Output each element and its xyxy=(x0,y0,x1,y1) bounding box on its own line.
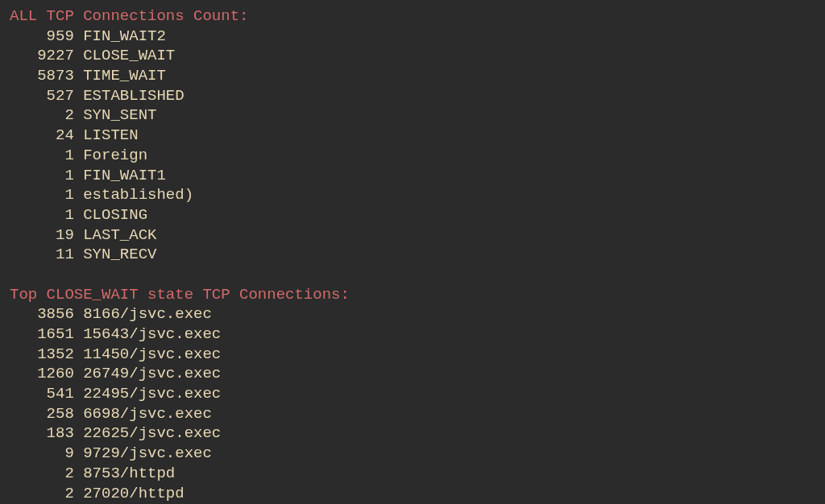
terminal-row: 183 22625/jsvc.exec xyxy=(10,423,815,444)
section1-rows: 959 FIN_WAIT2 9227 CLOSE_WAIT 5873 TIME_… xyxy=(10,27,815,265)
terminal-row: 24 LISTEN xyxy=(10,126,815,146)
terminal-row: 1260 26749/jsvc.exec xyxy=(10,364,815,384)
terminal-row: 1 FIN_WAIT1 xyxy=(10,166,815,186)
terminal-row: 1 CLOSING xyxy=(10,205,815,225)
terminal-row: 541 22495/jsvc.exec xyxy=(10,384,815,404)
terminal-row: 258 6698/jsvc.exec xyxy=(10,404,815,424)
terminal-row: 2 8753/httpd xyxy=(10,464,815,484)
terminal-row: 11 SYN_RECV xyxy=(10,245,815,265)
terminal-row: 2 27020/httpd xyxy=(10,484,815,504)
terminal-row: 1651 15643/jsvc.exec xyxy=(10,324,815,345)
terminal-row: 1 Foreign xyxy=(10,146,815,166)
terminal-row: 3856 8166/jsvc.exec xyxy=(10,304,815,324)
terminal-row: 19 LAST_ACK xyxy=(10,225,815,246)
section1-title: ALL TCP Connections Count: xyxy=(10,6,815,27)
section-gap xyxy=(10,265,815,285)
terminal-row: 9 9729/jsvc.exec xyxy=(10,444,815,464)
terminal-row: 5873 TIME_WAIT xyxy=(10,66,815,86)
section2-title: Top CLOSE_WAIT state TCP Connections: xyxy=(10,285,815,305)
terminal-row: 527 ESTABLISHED xyxy=(10,86,815,106)
terminal-row: 2 SYN_SENT xyxy=(10,105,815,126)
terminal-row: 1 established) xyxy=(10,185,815,205)
terminal-row: 1352 11450/jsvc.exec xyxy=(10,345,815,365)
section2-rows: 3856 8166/jsvc.exec 1651 15643/jsvc.exec… xyxy=(10,304,815,503)
terminal-row: 9227 CLOSE_WAIT xyxy=(10,46,815,66)
terminal-row: 959 FIN_WAIT2 xyxy=(10,27,815,47)
